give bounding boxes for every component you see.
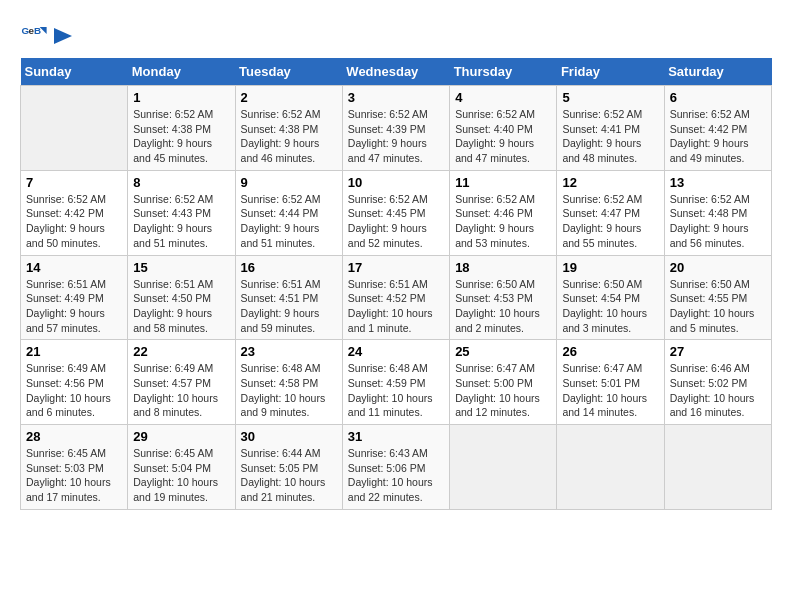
day-info: Sunrise: 6:49 AMSunset: 4:57 PMDaylight:… [133, 361, 229, 420]
day-cell: 8Sunrise: 6:52 AMSunset: 4:43 PMDaylight… [128, 170, 235, 255]
day-number: 28 [26, 429, 122, 444]
day-cell: 31Sunrise: 6:43 AMSunset: 5:06 PMDayligh… [342, 425, 449, 510]
header-day-saturday: Saturday [664, 58, 771, 86]
day-info: Sunrise: 6:48 AMSunset: 4:59 PMDaylight:… [348, 361, 444, 420]
day-info: Sunrise: 6:52 AMSunset: 4:44 PMDaylight:… [241, 192, 337, 251]
day-info: Sunrise: 6:52 AMSunset: 4:45 PMDaylight:… [348, 192, 444, 251]
day-info: Sunrise: 6:52 AMSunset: 4:41 PMDaylight:… [562, 107, 658, 166]
day-info: Sunrise: 6:52 AMSunset: 4:39 PMDaylight:… [348, 107, 444, 166]
day-info: Sunrise: 6:52 AMSunset: 4:42 PMDaylight:… [26, 192, 122, 251]
day-number: 27 [670, 344, 766, 359]
week-row-4: 28Sunrise: 6:45 AMSunset: 5:03 PMDayligh… [21, 425, 772, 510]
day-cell: 26Sunrise: 6:47 AMSunset: 5:01 PMDayligh… [557, 340, 664, 425]
day-info: Sunrise: 6:47 AMSunset: 5:00 PMDaylight:… [455, 361, 551, 420]
day-cell: 23Sunrise: 6:48 AMSunset: 4:58 PMDayligh… [235, 340, 342, 425]
day-info: Sunrise: 6:52 AMSunset: 4:42 PMDaylight:… [670, 107, 766, 166]
day-number: 31 [348, 429, 444, 444]
day-number: 3 [348, 90, 444, 105]
day-cell: 6Sunrise: 6:52 AMSunset: 4:42 PMDaylight… [664, 86, 771, 171]
header-day-thursday: Thursday [450, 58, 557, 86]
calendar-header: SundayMondayTuesdayWednesdayThursdayFrid… [21, 58, 772, 86]
header-row: SundayMondayTuesdayWednesdayThursdayFrid… [21, 58, 772, 86]
logo: G e B [20, 20, 74, 48]
day-cell: 9Sunrise: 6:52 AMSunset: 4:44 PMDaylight… [235, 170, 342, 255]
day-cell: 30Sunrise: 6:44 AMSunset: 5:05 PMDayligh… [235, 425, 342, 510]
day-number: 25 [455, 344, 551, 359]
header-day-sunday: Sunday [21, 58, 128, 86]
day-number: 23 [241, 344, 337, 359]
day-cell: 16Sunrise: 6:51 AMSunset: 4:51 PMDayligh… [235, 255, 342, 340]
day-cell: 28Sunrise: 6:45 AMSunset: 5:03 PMDayligh… [21, 425, 128, 510]
day-number: 19 [562, 260, 658, 275]
day-cell [557, 425, 664, 510]
day-cell: 15Sunrise: 6:51 AMSunset: 4:50 PMDayligh… [128, 255, 235, 340]
day-cell: 4Sunrise: 6:52 AMSunset: 4:40 PMDaylight… [450, 86, 557, 171]
day-cell: 5Sunrise: 6:52 AMSunset: 4:41 PMDaylight… [557, 86, 664, 171]
logo-icon: G e B [20, 20, 48, 48]
day-cell: 1Sunrise: 6:52 AMSunset: 4:38 PMDaylight… [128, 86, 235, 171]
day-number: 8 [133, 175, 229, 190]
day-info: Sunrise: 6:52 AMSunset: 4:38 PMDaylight:… [133, 107, 229, 166]
day-number: 26 [562, 344, 658, 359]
day-info: Sunrise: 6:51 AMSunset: 4:51 PMDaylight:… [241, 277, 337, 336]
day-info: Sunrise: 6:51 AMSunset: 4:50 PMDaylight:… [133, 277, 229, 336]
day-info: Sunrise: 6:52 AMSunset: 4:40 PMDaylight:… [455, 107, 551, 166]
day-number: 11 [455, 175, 551, 190]
day-cell: 12Sunrise: 6:52 AMSunset: 4:47 PMDayligh… [557, 170, 664, 255]
day-number: 5 [562, 90, 658, 105]
day-cell: 18Sunrise: 6:50 AMSunset: 4:53 PMDayligh… [450, 255, 557, 340]
header-day-tuesday: Tuesday [235, 58, 342, 86]
day-number: 30 [241, 429, 337, 444]
day-cell [21, 86, 128, 171]
day-number: 7 [26, 175, 122, 190]
day-cell: 3Sunrise: 6:52 AMSunset: 4:39 PMDaylight… [342, 86, 449, 171]
day-cell: 29Sunrise: 6:45 AMSunset: 5:04 PMDayligh… [128, 425, 235, 510]
day-cell: 14Sunrise: 6:51 AMSunset: 4:49 PMDayligh… [21, 255, 128, 340]
week-row-0: 1Sunrise: 6:52 AMSunset: 4:38 PMDaylight… [21, 86, 772, 171]
day-cell [664, 425, 771, 510]
day-number: 6 [670, 90, 766, 105]
day-cell: 7Sunrise: 6:52 AMSunset: 4:42 PMDaylight… [21, 170, 128, 255]
day-info: Sunrise: 6:52 AMSunset: 4:47 PMDaylight:… [562, 192, 658, 251]
day-number: 18 [455, 260, 551, 275]
day-cell: 25Sunrise: 6:47 AMSunset: 5:00 PMDayligh… [450, 340, 557, 425]
day-info: Sunrise: 6:50 AMSunset: 4:53 PMDaylight:… [455, 277, 551, 336]
day-info: Sunrise: 6:52 AMSunset: 4:48 PMDaylight:… [670, 192, 766, 251]
day-cell: 21Sunrise: 6:49 AMSunset: 4:56 PMDayligh… [21, 340, 128, 425]
week-row-3: 21Sunrise: 6:49 AMSunset: 4:56 PMDayligh… [21, 340, 772, 425]
day-info: Sunrise: 6:46 AMSunset: 5:02 PMDaylight:… [670, 361, 766, 420]
calendar-table: SundayMondayTuesdayWednesdayThursdayFrid… [20, 58, 772, 510]
day-number: 1 [133, 90, 229, 105]
header-day-monday: Monday [128, 58, 235, 86]
day-number: 21 [26, 344, 122, 359]
day-info: Sunrise: 6:50 AMSunset: 4:55 PMDaylight:… [670, 277, 766, 336]
day-number: 10 [348, 175, 444, 190]
day-number: 20 [670, 260, 766, 275]
week-row-1: 7Sunrise: 6:52 AMSunset: 4:42 PMDaylight… [21, 170, 772, 255]
day-info: Sunrise: 6:52 AMSunset: 4:46 PMDaylight:… [455, 192, 551, 251]
day-info: Sunrise: 6:52 AMSunset: 4:43 PMDaylight:… [133, 192, 229, 251]
logo-flag-icon [54, 28, 74, 44]
day-number: 12 [562, 175, 658, 190]
day-cell: 13Sunrise: 6:52 AMSunset: 4:48 PMDayligh… [664, 170, 771, 255]
day-number: 29 [133, 429, 229, 444]
day-cell [450, 425, 557, 510]
day-number: 2 [241, 90, 337, 105]
day-number: 22 [133, 344, 229, 359]
day-info: Sunrise: 6:48 AMSunset: 4:58 PMDaylight:… [241, 361, 337, 420]
day-number: 16 [241, 260, 337, 275]
day-cell: 20Sunrise: 6:50 AMSunset: 4:55 PMDayligh… [664, 255, 771, 340]
day-cell: 10Sunrise: 6:52 AMSunset: 4:45 PMDayligh… [342, 170, 449, 255]
day-number: 24 [348, 344, 444, 359]
svg-marker-4 [54, 28, 72, 44]
day-info: Sunrise: 6:52 AMSunset: 4:38 PMDaylight:… [241, 107, 337, 166]
day-number: 17 [348, 260, 444, 275]
week-row-2: 14Sunrise: 6:51 AMSunset: 4:49 PMDayligh… [21, 255, 772, 340]
day-cell: 11Sunrise: 6:52 AMSunset: 4:46 PMDayligh… [450, 170, 557, 255]
day-cell: 22Sunrise: 6:49 AMSunset: 4:57 PMDayligh… [128, 340, 235, 425]
day-number: 4 [455, 90, 551, 105]
day-cell: 24Sunrise: 6:48 AMSunset: 4:59 PMDayligh… [342, 340, 449, 425]
day-number: 15 [133, 260, 229, 275]
day-info: Sunrise: 6:47 AMSunset: 5:01 PMDaylight:… [562, 361, 658, 420]
day-info: Sunrise: 6:45 AMSunset: 5:03 PMDaylight:… [26, 446, 122, 505]
